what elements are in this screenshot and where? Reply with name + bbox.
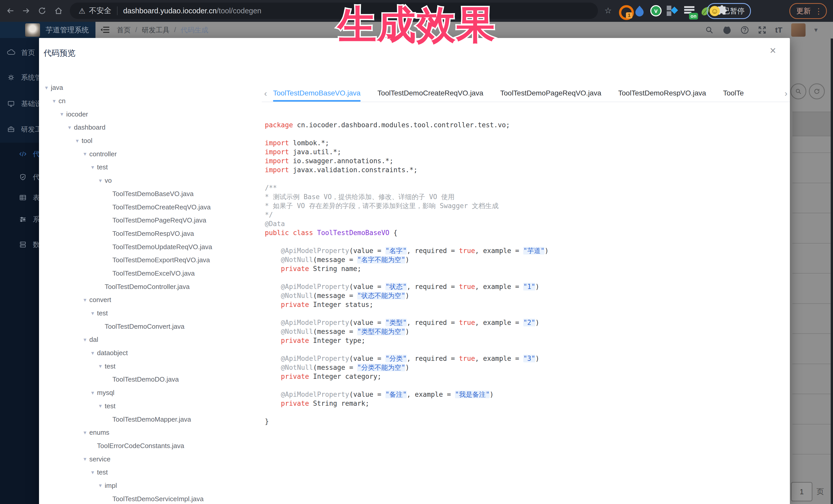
browser-refresh-button[interactable] [35,4,49,18]
tree-caret-icon[interactable]: ▾ [80,297,89,303]
tree-caret-icon[interactable]: ▾ [88,469,97,476]
code-token: Integer status; [309,301,373,309]
tree-caret-icon[interactable]: ▾ [96,177,105,184]
browser-back-button[interactable] [3,4,18,18]
profile-paused-pill[interactable]: ☺ 已暂停 [707,3,751,19]
tree-caret-icon[interactable]: ▾ [80,336,89,343]
tree-caret-icon[interactable]: ▾ [88,310,97,317]
pagination-page-unit: 页 [816,486,824,497]
tree-node-label: mysql [97,389,115,397]
extension-icon-diamond[interactable] [666,5,677,17]
tree-folder-node[interactable]: ▾test [40,400,261,413]
tree-folder-node[interactable]: ▾controller [40,147,261,161]
tree-file-node[interactable]: ToolTestDemoDO.java [40,373,261,386]
file-tab-3[interactable]: ToolTestDemoPageReqVO.java [500,85,601,102]
breadcrumb: 首页 / 研发工具 / 代码生成 [117,22,208,38]
code-token: , required = [407,247,459,255]
browser-menu-kebab-icon[interactable]: ⋮ [815,7,823,16]
breadcrumb-separator: / [174,26,176,34]
tree-folder-node[interactable]: ▾java [40,81,261,94]
file-tab-2[interactable]: ToolTestDemoCreateReqVO.java [378,85,483,102]
tree-caret-icon[interactable]: ▾ [96,363,105,369]
tree-folder-node[interactable]: ▾iocoder [40,107,261,121]
monitor-icon [7,99,16,108]
tree-folder-node[interactable]: ▾tool [40,134,261,148]
tree-folder-node[interactable]: ▾dataobject [40,346,261,360]
browser-forward-button[interactable] [19,4,33,18]
tree-folder-node[interactable]: ▾test [40,307,261,320]
file-tab-1[interactable]: ToolTestDemoBaseVO.java [273,85,361,102]
file-tab-5[interactable]: ToolTe [723,85,744,102]
code-token: @Data [265,220,285,227]
tree-file-node[interactable]: ToolTestDemoRespVO.java [40,227,261,240]
close-icon[interactable]: × [770,45,776,56]
tabs-scroll-right-icon[interactable]: › [782,88,790,98]
browser-home-button[interactable] [51,4,66,18]
tree-caret-icon[interactable]: ▾ [80,429,89,436]
breadcrumb-dev-tools: 研发工具 [142,25,170,34]
tree-caret-icon[interactable]: ▾ [80,151,89,157]
tree-file-node[interactable]: ToolTestDemoBaseVO.java [40,187,261,201]
tree-caret-icon[interactable]: ▾ [88,164,97,171]
tree-folder-node[interactable]: ▾dashboard [40,121,261,134]
tree-file-node[interactable]: ToolTestDemoCreateReqVO.java [40,200,261,214]
extension-icon-drop[interactable] [634,5,646,17]
tree-folder-node[interactable]: ▾test [40,360,261,373]
bookmark-star-icon[interactable]: ☆ [604,6,612,16]
code-line: @Data [265,219,782,229]
tree-file-node[interactable]: ToolTestDemoController.java [40,280,261,293]
tree-folder-node[interactable]: ▾cn [40,94,261,108]
tree-caret-icon[interactable]: ▾ [50,98,58,104]
tabs-scroll-left-icon[interactable]: ‹ [262,88,269,98]
tree-folder-node[interactable]: ▾enums [40,426,261,439]
app-logo-block: 芋道管理系统 [0,22,95,38]
tree-caret-icon[interactable]: ▾ [80,456,89,462]
tree-file-node[interactable]: ToolTestDemoMapper.java [40,413,261,426]
extension-icon-green-circle[interactable]: v [650,5,662,17]
tree-folder-node[interactable]: ▾convert [40,293,261,307]
code-token: @NotNull [265,256,313,264]
security-label[interactable]: 不安全 [89,6,111,16]
tree-file-node[interactable]: ToolTestDemoExportReqVO.java [40,254,261,267]
tree-caret-icon[interactable]: ▾ [96,482,105,489]
address-bar[interactable]: ⚠ 不安全 dashboard.yudao.iocoder.cn /tool/c… [70,3,598,19]
tree-caret-icon[interactable]: ▾ [57,111,66,118]
code-line: import java.util.*; [265,148,782,157]
tree-folder-node[interactable]: ▾impl [40,479,261,493]
tree-file-node[interactable]: ToolTestDemoConvert.java [40,320,261,333]
tree-file-node[interactable]: ToolTestDemoExcelVO.java [40,267,261,280]
table-row-line [792,424,831,425]
help-icon [740,26,749,34]
address-divider [117,6,118,15]
tree-caret-icon[interactable]: ▾ [42,85,51,91]
code-line: public class ToolTestDemoBaseVO { [265,229,782,237]
tree-caret-icon[interactable]: ▾ [88,389,97,396]
code-line: private Integer category; [265,372,782,381]
app-logo-image [25,23,40,37]
tree-folder-node[interactable]: ▾dal [40,333,261,346]
tree-node-label: java [51,83,63,92]
table-row-line [792,454,831,454]
tree-file-node[interactable]: ToolTestDemoPageReqVO.java [40,214,261,227]
table-icon [19,193,27,202]
tree-folder-node[interactable]: ▾test [40,466,261,479]
tree-caret-icon[interactable]: ▾ [73,138,81,144]
tree-caret-icon[interactable]: ▾ [96,403,105,409]
code-token: ) [405,328,409,335]
tree-file-node[interactable]: ToolTestDemoServiceImpl.java [40,492,261,504]
tree-folder-node[interactable]: ▾mysql [40,386,261,400]
page-scrollbar[interactable] [831,39,833,504]
tree-caret-icon[interactable]: ▾ [88,350,97,356]
tree-folder-node[interactable]: ▾vo [40,174,261,187]
tree-file-node[interactable]: ToolErrorCodeConstants.java [40,439,261,453]
extension-icon-orange[interactable]: 1 [619,5,630,17]
extension-icon-list[interactable]: on [684,5,695,17]
tree-file-node[interactable]: ToolTestDemoUpdateReqVO.java [40,240,261,254]
tree-folder-node[interactable]: ▾test [40,161,261,174]
file-tab-4[interactable]: ToolTestDemoRespVO.java [618,85,706,102]
code-token: private [265,337,309,344]
drop-icon [634,5,645,17]
browser-update-button[interactable]: 更新 ⋮ [789,3,827,19]
tree-folder-node[interactable]: ▾service [40,452,261,466]
tree-caret-icon[interactable]: ▾ [65,124,74,131]
